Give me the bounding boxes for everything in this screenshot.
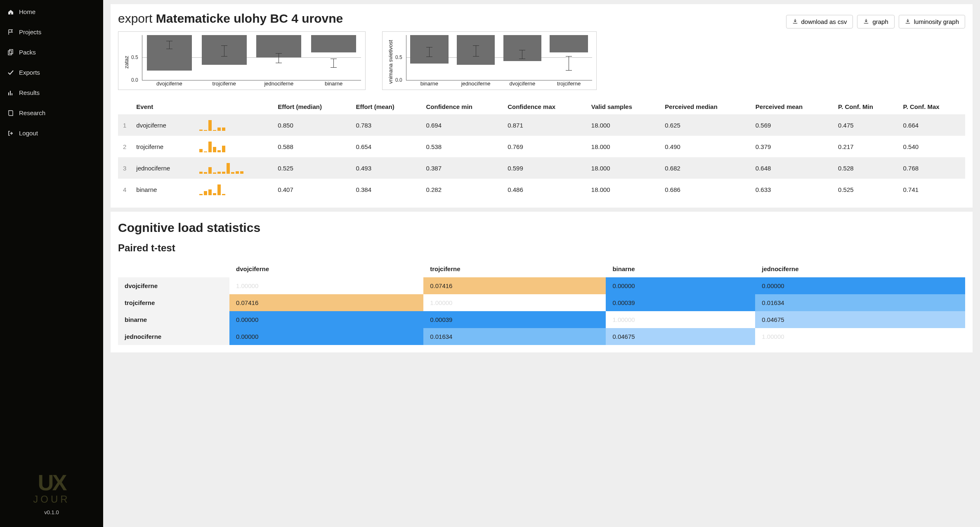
row-number: 2 (118, 136, 131, 157)
sidebar-item-home[interactable]: Home (0, 2, 103, 22)
table-cell: 0.384 (351, 179, 421, 200)
sparkline (194, 114, 273, 136)
signout-icon (7, 130, 14, 137)
grid-cell: 1.00000 (423, 294, 606, 311)
table-cell: 0.525 (273, 157, 351, 179)
grid-row: jednociferne0.000000.016340.046751.00000 (118, 328, 965, 345)
sidebar-nav: Home Projects Packs Exports Results Rese… (0, 0, 103, 462)
grid-cell: 0.00000 (229, 311, 423, 328)
table-row: 4 binarne 0.4070.3840.2820.48618.0000.68… (118, 179, 965, 200)
table-cell: 0.475 (833, 114, 898, 136)
graph-button[interactable]: graph (857, 15, 894, 28)
table-cell: 0.588 (273, 136, 351, 157)
chart-ylabel: zataz (123, 35, 130, 89)
col-header: Confidence max (503, 99, 586, 114)
table-cell: 0.768 (898, 157, 965, 179)
sidebar-item-logout[interactable]: Logout (0, 123, 103, 143)
sparkline (194, 136, 273, 157)
event-name: dvojciferne (131, 114, 194, 136)
sidebar-item-label: Projects (19, 28, 41, 35)
grid-cell: 0.07416 (229, 294, 423, 311)
table-cell: 18.000 (586, 136, 660, 157)
sidebar-item-packs[interactable]: Packs (0, 42, 103, 62)
sidebar-item-label: Logout (19, 130, 38, 137)
table-cell: 0.783 (351, 114, 421, 136)
svg-rect-1 (9, 50, 13, 54)
table-cell: 0.850 (273, 114, 351, 136)
svg-rect-0 (8, 51, 12, 55)
luminosity-chart: vnimana svietivost 0.0 0.5 binarnejednoc… (382, 31, 597, 90)
grid-cell: 0.00000 (606, 277, 755, 294)
app-version: v0.1.0 (0, 509, 103, 515)
table-cell: 0.741 (898, 179, 965, 200)
grid-cell: 1.00000 (229, 277, 423, 294)
table-cell: 0.486 (503, 179, 586, 200)
table-cell: 0.540 (898, 136, 965, 157)
col-header: Perceived mean (751, 99, 833, 114)
grid-cell: 0.01634 (423, 328, 606, 345)
table-row: 3 jednociferne 0.5250.4930.3870.59918.00… (118, 157, 965, 179)
event-name: trojciferne (131, 136, 194, 157)
grid-col-header: jednociferne (755, 260, 965, 277)
grid-cell: 0.00000 (229, 328, 423, 345)
table-row: 1 dvojciferne 0.8500.7830.6940.87118.000… (118, 114, 965, 136)
stats-panel: Cognitive load statistics Paired t-test … (111, 212, 973, 352)
logo-ux: UX (0, 470, 103, 495)
sidebar-item-label: Packs (19, 49, 36, 56)
table-cell: 18.000 (586, 157, 660, 179)
table-cell: 0.664 (898, 114, 965, 136)
table-cell: 0.387 (421, 157, 503, 179)
table-cell: 0.871 (503, 114, 586, 136)
row-number: 4 (118, 179, 131, 200)
table-row: 2 trojciferne 0.5880.6540.5380.76918.000… (118, 136, 965, 157)
table-cell: 0.282 (421, 179, 503, 200)
home-icon (7, 9, 14, 15)
table-cell: 0.490 (660, 136, 751, 157)
table-cell: 0.682 (660, 157, 751, 179)
col-header: Perceived median (660, 99, 751, 114)
grid-row-header: dvojciferne (118, 277, 229, 294)
copy-icon (7, 49, 14, 56)
luminosity-graph-button[interactable]: luminosity graph (899, 15, 965, 28)
export-panel: export Matematicke ulohy BC 4 urovne dow… (111, 4, 973, 208)
grid-cell: 0.00039 (606, 294, 755, 311)
event-name: jednociferne (131, 157, 194, 179)
table-cell: 0.569 (751, 114, 833, 136)
sidebar-item-results[interactable]: Results (0, 83, 103, 103)
grid-cell: 0.01634 (755, 294, 965, 311)
grid-col-header: trojciferne (423, 260, 606, 277)
stats-title: Cognitive load statistics (118, 221, 965, 235)
sidebar-item-label: Exports (19, 69, 40, 76)
logo-jour: JOUR (0, 494, 103, 505)
grid-cell: 1.00000 (755, 328, 965, 345)
sidebar-item-label: Research (19, 109, 45, 116)
stats-subtitle: Paired t-test (118, 242, 965, 254)
grid-col-header: dvojciferne (229, 260, 423, 277)
table-cell: 18.000 (586, 179, 660, 200)
grid-row-header: trojciferne (118, 294, 229, 311)
table-cell: 0.525 (833, 179, 898, 200)
sidebar-item-research[interactable]: Research (0, 103, 103, 123)
ttest-table: dvojcifernetrojcifernebinarnejednocifern… (118, 260, 965, 345)
table-cell: 0.528 (833, 157, 898, 179)
grid-col-header: binarne (606, 260, 755, 277)
col-header: P. Conf. Min (833, 99, 898, 114)
main-content: export Matematicke ulohy BC 4 urovne dow… (103, 0, 980, 527)
table-cell: 0.694 (421, 114, 503, 136)
col-header: Effort (mean) (351, 99, 421, 114)
chart-ylabel: vnimana svietivost (387, 35, 394, 89)
grid-row: dvojciferne1.000000.074160.000000.00000 (118, 277, 965, 294)
table-cell: 0.538 (421, 136, 503, 157)
row-number: 3 (118, 157, 131, 179)
sidebar-item-exports[interactable]: Exports (0, 62, 103, 83)
download-csv-button[interactable]: download as csv (786, 15, 853, 28)
book-icon (7, 110, 14, 116)
sidebar-item-projects[interactable]: Projects (0, 22, 103, 42)
grid-row: trojciferne0.074161.000000.000390.01634 (118, 294, 965, 311)
results-table: EventEffort (median)Effort (mean)Confide… (118, 99, 965, 200)
table-cell: 0.633 (751, 179, 833, 200)
download-icon (905, 19, 911, 24)
table-cell: 0.379 (751, 136, 833, 157)
table-cell: 0.769 (503, 136, 586, 157)
row-number: 1 (118, 114, 131, 136)
